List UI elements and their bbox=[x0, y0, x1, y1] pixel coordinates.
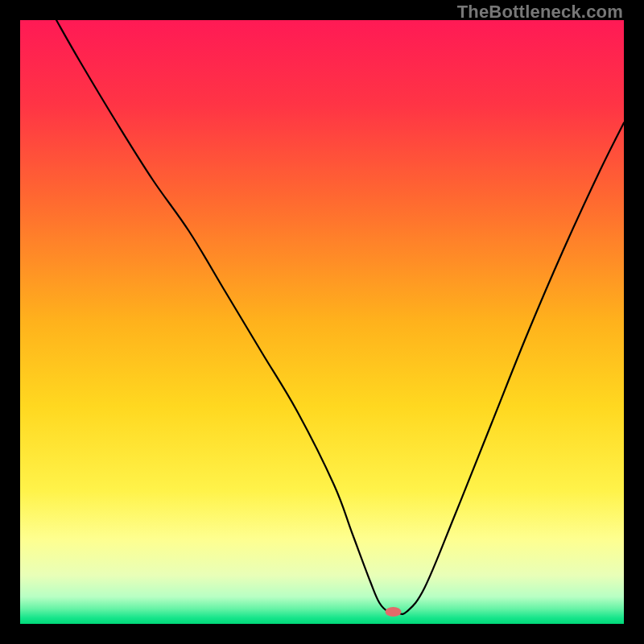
optimal-point-marker bbox=[386, 607, 402, 617]
plot-area bbox=[20, 20, 624, 624]
bottleneck-chart bbox=[20, 20, 624, 624]
gradient-background bbox=[20, 20, 624, 624]
chart-container: TheBottleneck.com bbox=[0, 0, 644, 644]
